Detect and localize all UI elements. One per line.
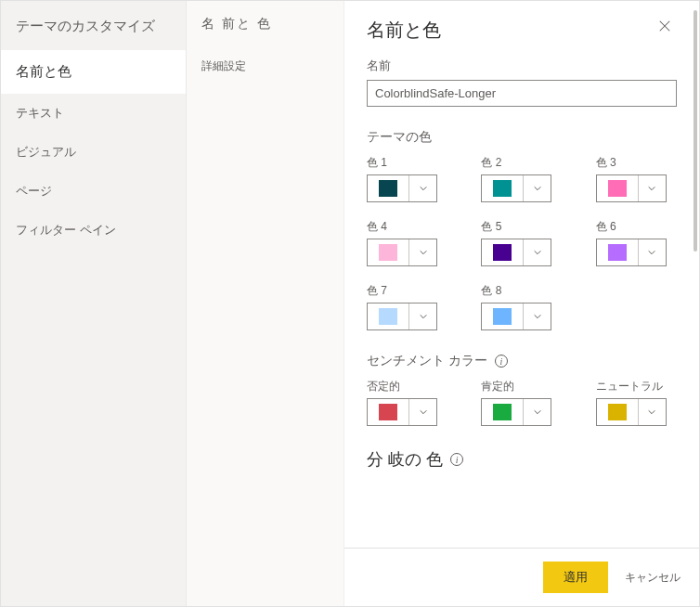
sentiment-color-1-label: 肯定的 — [481, 379, 562, 394]
color-swatch — [493, 308, 512, 325]
theme-color-3-label: 色 3 — [596, 155, 677, 171]
color-swatch — [379, 180, 397, 197]
theme-color-8-picker[interactable] — [481, 303, 551, 330]
settings-panel: 名前と色 名前 テーマの色 色 1色 2色 3色 4色 5色 6色 7色 8 セ… — [344, 1, 699, 606]
theme-color-2-label: 色 2 — [481, 155, 562, 171]
subsection-item-0[interactable]: 名 前と 色 — [187, 1, 344, 47]
sentiment-color-2-picker[interactable] — [596, 398, 667, 426]
close-icon[interactable] — [653, 18, 677, 38]
chevron-down-icon — [408, 239, 436, 265]
chevron-down-icon — [523, 304, 551, 329]
color-swatch — [379, 308, 397, 325]
chevron-down-icon — [638, 399, 666, 425]
color-swatch — [608, 180, 627, 197]
subsection-item-1[interactable]: 詳細設定 — [187, 47, 344, 85]
chevron-down-icon — [408, 399, 436, 425]
chevron-down-icon — [408, 175, 436, 201]
theme-color-3-picker[interactable] — [596, 174, 667, 202]
color-swatch — [493, 180, 512, 197]
chevron-down-icon — [523, 399, 551, 425]
theme-name-input[interactable] — [367, 80, 677, 107]
color-swatch — [493, 404, 512, 420]
color-swatch — [608, 244, 627, 261]
color-swatch — [608, 404, 627, 420]
sentiment-colors-heading: センチメント カラー i — [367, 353, 677, 369]
sidebar-item-1[interactable]: テキスト — [1, 94, 186, 133]
divergent-colors-label: 分 岐の 色 — [367, 448, 443, 471]
color-swatch — [379, 404, 397, 420]
theme-color-5-picker[interactable] — [481, 239, 551, 266]
chevron-down-icon — [523, 175, 551, 201]
theme-color-1-label: 色 1 — [367, 155, 447, 171]
theme-color-7-label: 色 7 — [367, 283, 447, 299]
sentiment-color-0-picker[interactable] — [367, 398, 437, 426]
panel-title: 名前と色 — [367, 18, 441, 43]
sidebar-secondary: 名 前と 色詳細設定 — [187, 1, 344, 606]
color-swatch — [493, 244, 512, 261]
theme-color-5-label: 色 5 — [481, 219, 562, 235]
chevron-down-icon — [638, 239, 666, 265]
sidebar-item-4[interactable]: フィルター ペイン — [1, 211, 186, 250]
sidebar-item-3[interactable]: ページ — [1, 172, 186, 211]
sentiment-color-0-label: 否定的 — [367, 379, 447, 394]
divergent-colors-heading: 分 岐の 色 i — [367, 448, 677, 471]
cancel-button[interactable]: キャンセル — [625, 570, 681, 586]
scrollbar-thumb[interactable] — [694, 10, 697, 252]
apply-button[interactable]: 適用 — [543, 562, 608, 593]
color-swatch — [379, 244, 397, 261]
theme-color-4-label: 色 4 — [367, 219, 447, 235]
theme-color-2-picker[interactable] — [481, 174, 551, 202]
info-icon[interactable]: i — [450, 453, 463, 466]
theme-color-8-label: 色 8 — [481, 283, 562, 299]
info-icon[interactable]: i — [495, 355, 508, 368]
sidebar-item-2[interactable]: ビジュアル — [1, 133, 186, 172]
sidebar-primary: テーマのカスタマイズ 名前と色テキストビジュアルページフィルター ペイン — [1, 1, 187, 606]
chevron-down-icon — [638, 175, 666, 201]
sentiment-colors-label: センチメント カラー — [367, 353, 487, 369]
sidebar-item-0[interactable]: 名前と色 — [1, 50, 186, 94]
theme-colors-heading: テーマの色 — [367, 129, 677, 146]
dialog-footer: 適用 キャンセル — [344, 548, 699, 606]
sentiment-color-2-label: ニュートラル — [596, 379, 677, 394]
chevron-down-icon — [523, 239, 551, 265]
theme-color-6-label: 色 6 — [596, 219, 677, 235]
theme-color-1-picker[interactable] — [367, 174, 437, 202]
sentiment-color-1-picker[interactable] — [481, 398, 551, 426]
sidebar-title: テーマのカスタマイズ — [1, 1, 186, 50]
theme-color-6-picker[interactable] — [596, 239, 667, 266]
chevron-down-icon — [408, 304, 436, 329]
theme-color-7-picker[interactable] — [367, 303, 437, 330]
name-label: 名前 — [367, 58, 677, 74]
theme-color-4-picker[interactable] — [367, 239, 437, 266]
